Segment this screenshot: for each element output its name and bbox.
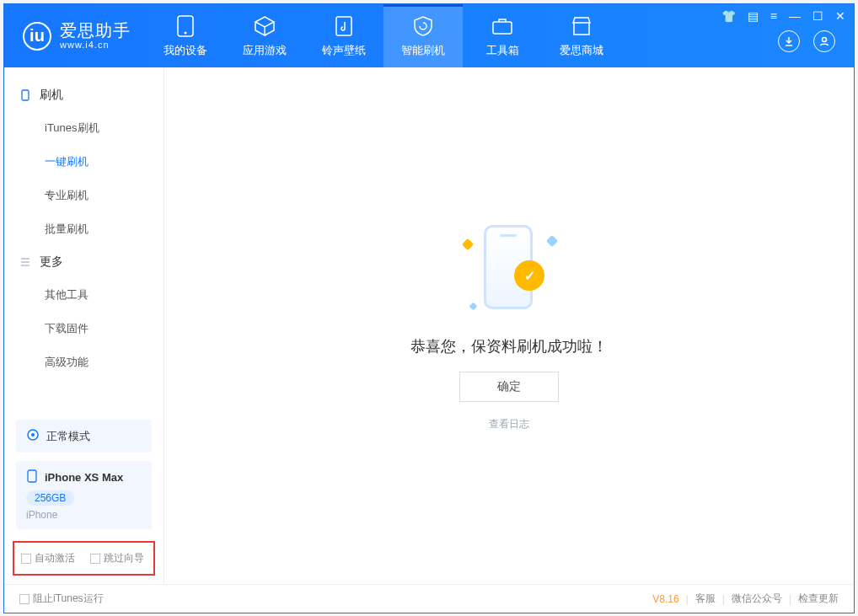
close-button[interactable]: ✕	[835, 9, 845, 23]
flash-options-highlight: 自动激活 跳过向导	[13, 541, 155, 576]
sidebar-group-flash: 刷机	[4, 79, 164, 111]
success-illustration: ✓	[458, 220, 560, 321]
svg-point-1	[185, 31, 187, 34]
phone-small-icon	[26, 469, 38, 485]
mode-icon	[26, 428, 40, 444]
store-icon	[570, 14, 593, 38]
check-update-link[interactable]: 检查更新	[798, 592, 839, 606]
sidebar-group-more: 更多	[4, 246, 164, 278]
checkbox-auto-activate[interactable]: 自动激活	[21, 551, 75, 565]
mode-card[interactable]: 正常模式	[16, 420, 152, 453]
sidebar-item-other-tools[interactable]: 其他工具	[4, 278, 164, 312]
view-log-link[interactable]: 查看日志	[489, 417, 529, 431]
version-label: V8.16	[652, 593, 678, 605]
svg-rect-5	[22, 90, 29, 100]
tab-label: 爱思商城	[560, 43, 603, 58]
capacity-badge: 256GB	[26, 490, 74, 506]
list-icon	[19, 256, 31, 268]
svg-rect-8	[28, 470, 36, 482]
ok-button[interactable]: 确定	[459, 372, 559, 402]
maximize-button[interactable]: ☐	[812, 9, 823, 23]
tab-app-games[interactable]: 应用游戏	[225, 4, 304, 67]
brand-url: www.i4.cn	[60, 40, 131, 50]
briefcase-icon	[491, 14, 514, 38]
user-controls	[778, 30, 835, 52]
sidebar-item-download-firmware[interactable]: 下载固件	[4, 312, 164, 345]
success-message: 恭喜您，保资料刷机成功啦！	[410, 336, 608, 356]
tab-my-device[interactable]: 我的设备	[146, 4, 225, 67]
titlebar: iu 爱思助手 www.i4.cn 我的设备 应用游戏 铃声壁纸 智能刷机	[4, 4, 854, 67]
phone-icon	[174, 14, 197, 38]
clipboard-icon[interactable]: ▤	[748, 9, 759, 23]
mode-label: 正常模式	[46, 429, 90, 444]
device-card[interactable]: iPhone XS Max 256GB iPhone	[16, 461, 152, 529]
shirt-icon[interactable]: 👕	[721, 9, 736, 23]
minimize-button[interactable]: —	[789, 9, 801, 23]
tab-smart-flash[interactable]: 智能刷机	[383, 4, 463, 67]
tab-label: 智能刷机	[401, 43, 445, 58]
cube-icon	[253, 14, 276, 38]
brand-title: 爱思助手	[60, 21, 131, 40]
tab-store[interactable]: 爱思商城	[542, 4, 621, 67]
tab-label: 我的设备	[164, 43, 207, 58]
device-type: iPhone	[26, 509, 142, 521]
svg-rect-2	[336, 17, 351, 35]
status-bar: 阻止iTunes运行 V8.16 | 客服 | 微信公众号 | 检查更新	[4, 584, 854, 613]
user-button[interactable]	[813, 30, 835, 52]
check-badge-icon: ✓	[514, 260, 544, 291]
tab-label: 铃声壁纸	[322, 43, 366, 58]
sidebar-item-advanced[interactable]: 高级功能	[4, 345, 164, 379]
sidebar: 刷机 iTunes刷机 一键刷机 专业刷机 批量刷机 更多 其他工具 下载固件 …	[4, 67, 164, 584]
brand-logo-icon: iu	[23, 22, 51, 51]
menu-icon[interactable]: ≡	[770, 9, 777, 23]
sidebar-item-oneclick-flash[interactable]: 一键刷机	[4, 145, 164, 179]
svg-rect-3	[493, 22, 512, 34]
tab-ringtone-wallpaper[interactable]: 铃声壁纸	[304, 4, 383, 67]
support-link[interactable]: 客服	[695, 592, 716, 606]
window-controls: 👕 ▤ ≡ — ☐ ✕	[721, 9, 845, 23]
device-icon	[19, 89, 31, 101]
app-window: iu 爱思助手 www.i4.cn 我的设备 应用游戏 铃声壁纸 智能刷机	[3, 3, 855, 613]
top-nav: 我的设备 应用游戏 铃声壁纸 智能刷机 工具箱 爱思商城	[146, 4, 621, 67]
device-cards: 正常模式 iPhone XS Max 256GB iPhone	[4, 411, 164, 541]
device-name: iPhone XS Max	[45, 471, 123, 484]
checkbox-block-itunes[interactable]: 阻止iTunes运行	[19, 592, 104, 606]
wechat-link[interactable]: 微信公众号	[732, 592, 782, 606]
sidebar-item-pro-flash[interactable]: 专业刷机	[4, 179, 164, 212]
brand: iu 爱思助手 www.i4.cn	[4, 21, 146, 50]
shield-refresh-icon	[411, 14, 435, 38]
main-content: ✓ 恭喜您，保资料刷机成功啦！ 确定 查看日志	[164, 67, 854, 584]
svg-point-7	[31, 433, 35, 437]
sidebar-item-itunes-flash[interactable]: iTunes刷机	[4, 111, 164, 145]
sidebar-item-batch-flash[interactable]: 批量刷机	[4, 212, 164, 246]
svg-point-4	[823, 38, 827, 42]
tab-toolbox[interactable]: 工具箱	[463, 4, 542, 67]
tab-label: 工具箱	[486, 43, 519, 58]
tab-label: 应用游戏	[243, 43, 287, 58]
music-file-icon	[332, 14, 356, 38]
download-button[interactable]	[778, 30, 800, 52]
body: 刷机 iTunes刷机 一键刷机 专业刷机 批量刷机 更多 其他工具 下载固件 …	[4, 67, 854, 584]
checkbox-skip-guide[interactable]: 跳过向导	[90, 551, 144, 565]
